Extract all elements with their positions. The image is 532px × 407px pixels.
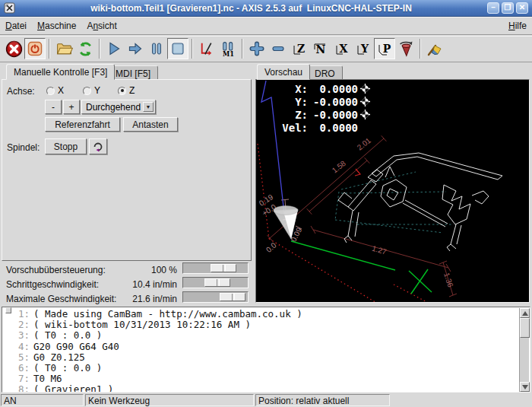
- view-side-button[interactable]: Y: [353, 38, 374, 59]
- zoom-in-button[interactable]: [246, 38, 268, 59]
- gcode-line[interactable]: 1:( Made using CamBam - http://www.camba…: [2, 309, 530, 320]
- gcode-line[interactable]: 7:T0 M6: [2, 374, 530, 384]
- stop-button[interactable]: [167, 38, 188, 59]
- spindle-rotate-icon: [92, 141, 104, 153]
- gcode-listing[interactable]: 1:( Made using CamBam - http://www.camba…: [2, 307, 530, 393]
- gcode-line[interactable]: 6:( T0 : 0.0 ): [2, 363, 530, 374]
- minimize-button[interactable]: –: [487, 2, 499, 14]
- preview-canvas[interactable]: 2.01 1.58 1.27 1.36 0.19 +0.0 0.09 0.0: [255, 79, 530, 303]
- home-axis-button[interactable]: Referenzfahrt: [45, 117, 120, 132]
- gcode-line[interactable]: 3:( T0 : 0.0 ): [2, 330, 530, 341]
- jog-speed-slider[interactable]: [182, 277, 249, 288]
- app-icon: [4, 2, 15, 14]
- optional-pause-button[interactable]: M1: [217, 38, 239, 59]
- jog-speed-value: 10.4 in/min: [116, 279, 177, 290]
- gcode-scrollbar[interactable]: [519, 308, 529, 392]
- skip-lines-icon: [198, 40, 216, 58]
- power-icon: [27, 40, 43, 57]
- view-front-button[interactable]: X: [331, 38, 353, 59]
- toolpath-lines: [338, 153, 502, 251]
- reload-file-button[interactable]: [74, 38, 96, 59]
- gcode-line[interactable]: 4:G20 G90 G64 G40: [2, 342, 530, 352]
- manual-control-pane: Achse: X Y Z - + Durchgehend ▼ Referenzf…: [2, 79, 252, 261]
- radio-circle-icon: [118, 87, 126, 95]
- menu-datei[interactable]: Datei: [0, 18, 32, 33]
- feed-override-slider[interactable]: [182, 262, 249, 274]
- tab-dro[interactable]: DRO: [307, 65, 343, 80]
- rotate-view-button[interactable]: [395, 38, 416, 59]
- pause-button[interactable]: [146, 38, 167, 59]
- skip-lines-button[interactable]: [196, 38, 217, 59]
- optional-pause-icon: M1: [220, 40, 237, 58]
- touch-off-button[interactable]: Antasten: [123, 117, 178, 132]
- gcode-line[interactable]: 5:G0 Z0.125: [2, 352, 530, 363]
- tab-preview[interactable]: Vorschau: [257, 64, 310, 80]
- spindle-label: Spindel:: [7, 142, 40, 153]
- menu-ansicht[interactable]: Ansicht: [81, 18, 122, 33]
- scroll-down-arrow[interactable]: [520, 382, 530, 392]
- machine-state-field: AN: [1, 394, 84, 406]
- toolbar-separator: [49, 39, 50, 59]
- menu-maschine[interactable]: Maschine: [32, 18, 81, 33]
- clear-plot-button[interactable]: [424, 38, 445, 59]
- axis-label: Achse:: [7, 86, 35, 97]
- axis-radio-y[interactable]: Y: [83, 85, 100, 96]
- jog-plus-button[interactable]: +: [63, 100, 80, 114]
- broom-icon: [426, 40, 444, 58]
- run-button[interactable]: [103, 38, 125, 59]
- max-velocity-slider[interactable]: [182, 291, 249, 303]
- jog-mode-dropdown[interactable]: Durchgehend ▼: [81, 100, 156, 114]
- tab-manual-control[interactable]: Manuelle Kontrolle [F3]: [6, 64, 115, 80]
- slider-handle[interactable]: [211, 264, 236, 272]
- svg-text:1.36: 1.36: [442, 272, 455, 288]
- titlebar[interactable]: wiki-bottom.Teil1 [Gravieren1].nc - AXIS…: [0, 0, 532, 17]
- spindle-stop-button[interactable]: Stopp: [45, 138, 87, 154]
- scroll-thumb[interactable]: [520, 318, 530, 338]
- zoom-out-button[interactable]: [268, 38, 289, 59]
- jog-minus-button[interactable]: -: [45, 100, 62, 114]
- view-top-rotated-glyph: N: [316, 43, 326, 56]
- triangle-up-icon: [522, 311, 528, 316]
- minus-icon: [270, 40, 287, 57]
- open-file-button[interactable]: [53, 38, 74, 59]
- toolbar-separator: [192, 39, 193, 59]
- stop-icon: [169, 40, 186, 57]
- spindle-direction-button[interactable]: [89, 138, 107, 154]
- axis-radio-x[interactable]: X: [46, 85, 64, 96]
- svg-text:1.27: 1.27: [371, 244, 388, 256]
- triangle-down-icon: [522, 385, 528, 390]
- homed-icon: [360, 84, 370, 94]
- view-top-rotated-button[interactable]: N: [310, 38, 331, 59]
- svg-text:M1: M1: [222, 49, 233, 57]
- power-button[interactable]: [24, 38, 46, 59]
- tab-mdi[interactable]: MDI [F5]: [108, 65, 158, 80]
- view-perspective-button[interactable]: P: [374, 38, 395, 59]
- axis-radio-z[interactable]: Z: [118, 85, 135, 96]
- scroll-up-arrow[interactable]: [520, 308, 530, 318]
- gcode-line[interactable]: 8:( Gravieren1 ): [2, 384, 530, 393]
- slider-handle[interactable]: [220, 293, 245, 301]
- estop-icon: [5, 40, 23, 58]
- pause-icon: [148, 40, 165, 57]
- gcode-line[interactable]: 2:( wiki-bottom 10/31/2013 10:22:16 AM ): [2, 320, 530, 330]
- homed-icon: [360, 97, 370, 107]
- toolbar-separator: [242, 39, 243, 59]
- radio-circle-icon: [83, 87, 91, 95]
- close-button[interactable]: ✕: [516, 2, 528, 14]
- step-button[interactable]: [125, 38, 146, 59]
- menu-hilfe[interactable]: Hilfe: [503, 18, 532, 33]
- menubar: Datei Maschine Ansicht Hilfe: [0, 17, 532, 35]
- slider-handle[interactable]: [204, 278, 230, 287]
- pane-sash-handle[interactable]: [5, 307, 11, 313]
- estop-button[interactable]: [3, 38, 24, 59]
- x-axis-line: [291, 241, 432, 294]
- view-top-button[interactable]: Z: [289, 38, 310, 59]
- plus-icon: [249, 40, 265, 57]
- feed-override-value: 100 %: [116, 265, 177, 275]
- toolbar-separator: [99, 39, 100, 59]
- max-velocity-value: 21.6 in/min: [116, 294, 177, 304]
- view-perspective-glyph: P: [383, 43, 391, 55]
- view-side-glyph: Y: [360, 43, 369, 55]
- rapid-move-lines: [335, 172, 452, 233]
- maximize-button[interactable]: ❒: [502, 2, 514, 14]
